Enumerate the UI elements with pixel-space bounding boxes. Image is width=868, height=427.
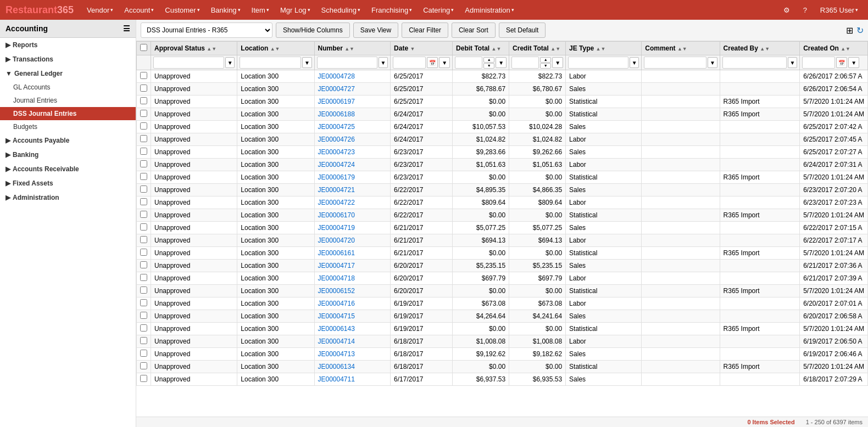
nav-settings-icon[interactable]: ⚙ [779,4,794,16]
filter-comment-input[interactable] [644,57,706,69]
row-checkbox[interactable] [140,223,147,231]
row-checkbox-cell[interactable] [137,234,151,247]
table-row[interactable]: Unapproved Location 300 JE00004717 6/20/… [137,260,868,272]
nav-franchising[interactable]: Franchising ▾ [367,4,416,16]
col-created-on[interactable]: Created On ▲▼ [800,42,868,55]
col-location[interactable]: Location ▲▼ [237,42,314,55]
select-all-header[interactable] [137,42,151,55]
row-checkbox-cell[interactable] [137,196,151,209]
table-row[interactable]: Unapproved Location 300 JE00004716 6/19/… [137,297,868,310]
table-row[interactable]: Unapproved Location 300 JE00004728 6/25/… [137,70,868,83]
table-row[interactable]: Unapproved Location 300 JE00004711 6/17/… [137,373,868,386]
row-checkbox-cell[interactable] [137,247,151,260]
col-comment[interactable]: Comment ▲▼ [642,42,720,55]
table-row[interactable]: Unapproved Location 300 JE00004724 6/23/… [137,159,868,171]
nav-administration[interactable]: Administration ▾ [460,4,518,16]
cell-number[interactable]: JE00006143 [314,323,391,335]
row-checkbox[interactable] [140,375,147,382]
row-checkbox-cell[interactable] [137,209,151,222]
table-row[interactable]: Unapproved Location 300 JE00004725 6/24/… [137,121,868,133]
row-checkbox[interactable] [140,312,147,319]
row-checkbox[interactable] [140,148,147,155]
filter-je-type-btn[interactable]: ▼ [630,57,639,68]
filter-debit-down-btn[interactable]: ▼ [483,63,494,69]
row-checkbox[interactable] [140,274,147,281]
row-checkbox-cell[interactable] [137,373,151,386]
filter-location-input[interactable] [240,57,301,69]
row-checkbox[interactable] [140,135,147,142]
col-je-type[interactable]: JE Type ▲▼ [566,42,642,55]
row-checkbox[interactable] [140,186,147,193]
row-checkbox[interactable] [140,173,147,180]
filter-created-on-input[interactable] [802,57,835,69]
row-checkbox[interactable] [140,122,147,130]
row-checkbox-cell[interactable] [137,184,151,196]
row-checkbox[interactable] [140,236,147,243]
table-row[interactable]: Unapproved Location 300 JE00004723 6/23/… [137,146,868,159]
row-checkbox[interactable] [140,362,147,369]
row-checkbox-cell[interactable] [137,146,151,159]
row-checkbox[interactable] [140,211,147,218]
nav-user[interactable]: R365 User ▾ [816,4,863,16]
row-checkbox[interactable] [140,286,147,294]
cell-number[interactable]: JE00004714 [314,335,391,348]
row-checkbox[interactable] [140,110,147,117]
cell-number[interactable]: JE00004716 [314,297,391,310]
row-checkbox-cell[interactable] [137,222,151,234]
sidebar-item-accounts-payable[interactable]: ▶ Accounts Payable [0,133,136,148]
sidebar-child-dss-journal-entries[interactable]: DSS Journal Entries [0,107,136,120]
cell-number[interactable]: JE00006161 [314,247,391,260]
nav-vendor[interactable]: Vendor ▾ [82,4,118,16]
filter-location-btn[interactable]: ▼ [302,57,311,68]
refresh-icon[interactable]: ↻ [856,25,864,36]
col-created-by[interactable]: Created By ▲▼ [720,42,800,55]
sidebar-menu-icon[interactable]: ☰ [123,24,130,33]
table-row[interactable]: Unapproved Location 300 JE00006179 6/23/… [137,171,868,184]
row-checkbox[interactable] [140,72,147,79]
cell-number[interactable]: JE00004711 [314,373,391,386]
table-row[interactable]: Unapproved Location 300 JE00004718 6/20/… [137,272,868,285]
cell-number[interactable]: JE00006179 [314,171,391,184]
table-row[interactable]: Unapproved Location 300 JE00004720 6/21/… [137,234,868,247]
filter-je-type-input[interactable] [568,57,628,69]
nav-scheduling[interactable]: Scheduling ▾ [317,4,365,16]
save-view-button[interactable]: Save View [353,23,398,38]
table-row[interactable]: Unapproved Location 300 JE00006152 6/20/… [137,285,868,297]
row-checkbox[interactable] [140,160,147,167]
col-number[interactable]: Number ▲▼ [314,42,391,55]
row-checkbox-cell[interactable] [137,95,151,108]
cell-number[interactable]: JE00004726 [314,133,391,146]
sidebar-child-journal-entries[interactable]: Journal Entries [0,94,136,107]
table-row[interactable]: Unapproved Location 300 JE00004727 6/25/… [137,83,868,95]
cell-number[interactable]: JE00006152 [314,285,391,297]
filter-created-by-input[interactable] [722,57,787,69]
sidebar-item-accounts-receivable[interactable]: ▶ Accounts Receivable [0,162,136,176]
filter-approval-status-input[interactable] [153,57,224,69]
row-checkbox[interactable] [140,97,147,104]
cell-number[interactable]: JE00004715 [314,310,391,323]
sidebar-item-reports[interactable]: ▶ Reports [0,38,136,52]
nav-help[interactable]: ? [799,4,811,16]
row-checkbox-cell[interactable] [137,70,151,83]
row-checkbox[interactable] [140,85,147,92]
sidebar-item-administration[interactable]: ▶ Administration [0,190,136,205]
cell-number[interactable]: JE00004728 [314,70,391,83]
row-checkbox-cell[interactable] [137,323,151,335]
row-checkbox-cell[interactable] [137,133,151,146]
clear-filter-button[interactable]: Clear Filter [402,23,448,38]
row-checkbox-cell[interactable] [137,310,151,323]
row-checkbox[interactable] [140,249,147,256]
clear-sort-button[interactable]: Clear Sort [452,23,496,38]
filter-approval-status-btn[interactable]: ▼ [225,57,235,68]
filter-created-on-btn[interactable]: ▼ [848,57,859,68]
sidebar-item-banking[interactable]: ▶ Banking [0,148,136,162]
row-checkbox-cell[interactable] [137,272,151,285]
row-checkbox-cell[interactable] [137,108,151,121]
filter-credit-up-btn[interactable]: ▲ [540,57,551,63]
nav-banking[interactable]: Banking ▾ [207,4,245,16]
nav-account[interactable]: Account ▾ [120,4,158,16]
row-checkbox-cell[interactable] [137,285,151,297]
cell-number[interactable]: JE00006134 [314,361,391,373]
table-row[interactable]: Unapproved Location 300 JE00006197 6/25/… [137,95,868,108]
col-date[interactable]: Date ▼ [391,42,453,55]
